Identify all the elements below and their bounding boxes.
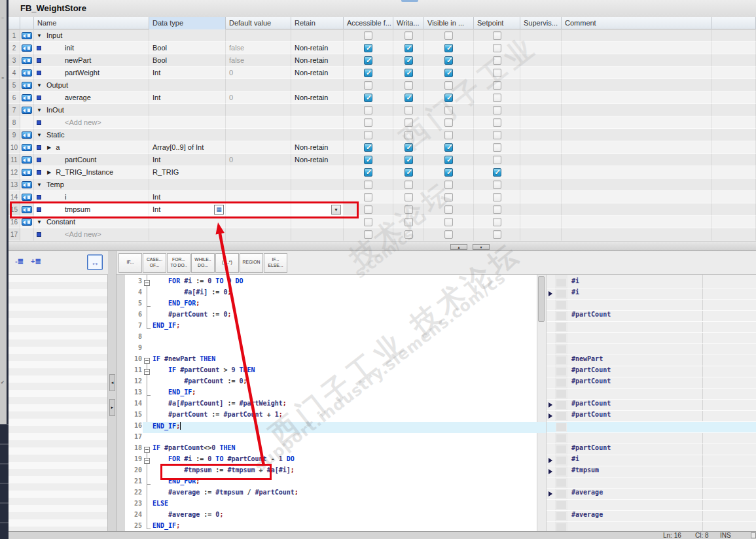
table-row-i[interactable]: 14iInt xyxy=(9,191,756,203)
section-collapse-icon[interactable]: ▼ xyxy=(37,182,42,188)
checkbox-writable[interactable] xyxy=(405,230,413,239)
row-expand-icon[interactable]: ▶ xyxy=(47,145,51,150)
column-header-retain[interactable]: Retain xyxy=(291,17,344,29)
code-line-3[interactable]: FOR #i := 0 TO 9 DO xyxy=(153,277,243,288)
table-row-r-trig-instance[interactable]: 12▶R_TRIG_InstanceR_TRIG xyxy=(9,166,756,179)
checkbox-accessible[interactable] xyxy=(364,181,372,189)
checkbox-setpoint[interactable] xyxy=(493,56,501,65)
checkbox-writable[interactable] xyxy=(405,218,413,226)
checkbox-setpoint[interactable] xyxy=(493,193,501,201)
checkbox-visible[interactable] xyxy=(444,118,453,127)
table-row-init[interactable]: 2initBoolfalseNon-retain xyxy=(9,42,756,54)
code-line-19[interactable]: FOR #i := 0 TO #partCount - 1 DO xyxy=(153,455,295,466)
checkbox-accessible[interactable] xyxy=(364,143,372,152)
snippet-button-case[interactable]: CASE...OF... xyxy=(143,253,166,273)
code-line-20[interactable]: #tmpsum := #tmpsum + #a[#i]; xyxy=(153,466,295,478)
expand-list-icon[interactable]: +≣ xyxy=(31,257,41,266)
checkbox-setpoint[interactable] xyxy=(493,218,501,226)
checkbox-accessible[interactable] xyxy=(364,168,372,177)
snippet-button-while[interactable]: WHILE..DO... xyxy=(191,253,215,273)
scl-code-area[interactable]: #i#i#partCount#newPart#partCount#partCou… xyxy=(117,275,756,531)
table-row-constant[interactable]: 16▼Constant xyxy=(9,216,756,228)
code-line-11[interactable]: IF #partCount > 9 THEN xyxy=(153,366,255,377)
table-row--add-new-[interactable]: 17<Add new> xyxy=(9,228,756,241)
section-collapse-icon[interactable]: ▼ xyxy=(37,219,42,225)
checkbox-setpoint[interactable] xyxy=(493,69,501,77)
code-line-12[interactable]: #partCount := 0; xyxy=(153,377,247,389)
checkbox-accessible[interactable] xyxy=(364,205,372,214)
checkbox-writable[interactable] xyxy=(405,205,413,214)
expand-right-handle[interactable]: ► xyxy=(109,399,115,416)
table-row-a[interactable]: 10▶aArray[0..9] of IntNon-retain xyxy=(9,141,756,154)
checkbox-writable[interactable] xyxy=(405,168,413,177)
checkbox-visible[interactable] xyxy=(444,193,453,201)
default-value-dropdown-button[interactable]: ▼ xyxy=(331,205,341,215)
code-line-13[interactable]: END_IF; xyxy=(153,389,196,400)
checkbox-setpoint[interactable] xyxy=(493,181,501,189)
table-row-tmpsum[interactable]: 15tmpsumInt▦▼ xyxy=(9,203,756,216)
checkbox-accessible[interactable] xyxy=(364,131,372,139)
table-row-partweight[interactable]: 4partWeightInt0Non-retain xyxy=(9,67,756,79)
column-header-comment[interactable]: Comment xyxy=(562,17,712,29)
checkbox-writable[interactable] xyxy=(405,69,413,77)
checkbox-writable[interactable] xyxy=(405,44,413,52)
table-row-input[interactable]: 1▼Input xyxy=(9,29,756,42)
section-collapse-icon[interactable]: ▼ xyxy=(37,33,42,39)
horizontal-splitter[interactable]: ▲ ▼ xyxy=(9,241,756,251)
fold-collapse-icon[interactable] xyxy=(144,369,150,375)
code-line-6[interactable]: #partCount := 0; xyxy=(153,311,231,322)
code-line-16[interactable]: END_IF; xyxy=(153,422,181,433)
checkbox-writable[interactable] xyxy=(405,181,413,189)
checkbox-accessible[interactable] xyxy=(364,193,372,201)
checkbox-setpoint[interactable] xyxy=(493,156,501,164)
code-line-21[interactable]: END_FOR; xyxy=(153,478,200,489)
checkbox-visible[interactable] xyxy=(444,81,453,90)
fold-collapse-icon[interactable] xyxy=(144,447,150,453)
splitter-up-button[interactable]: ▲ xyxy=(450,244,467,250)
checkbox-visible[interactable] xyxy=(444,205,453,214)
checkbox-setpoint[interactable] xyxy=(493,81,501,90)
column-header-supervis-[interactable]: Supervis... xyxy=(520,17,562,29)
checkbox-setpoint[interactable] xyxy=(493,143,501,152)
splitter-down-button[interactable]: ▼ xyxy=(473,244,490,250)
checkbox-accessible[interactable] xyxy=(364,218,372,226)
checkbox-writable[interactable] xyxy=(405,131,413,139)
column-header-name[interactable]: Name xyxy=(34,17,149,29)
checkbox-visible[interactable] xyxy=(444,44,453,52)
fold-collapse-icon[interactable] xyxy=(144,280,150,286)
row-expand-icon[interactable]: ▶ xyxy=(47,169,51,175)
vertical-splitter[interactable]: ◄ ► xyxy=(108,251,117,531)
table-row-static[interactable]: 9▼Static xyxy=(9,129,756,141)
checkbox-writable[interactable] xyxy=(405,156,413,164)
snippet-button-for[interactable]: FOR...TO DO.. xyxy=(167,253,190,273)
column-header-data-type[interactable]: Data type xyxy=(149,17,226,29)
code-line-14[interactable]: #a[#partCount] := #partWeight; xyxy=(153,400,287,411)
checkbox-accessible[interactable] xyxy=(364,94,372,102)
checkbox-setpoint[interactable] xyxy=(493,230,501,239)
collapse-list-icon[interactable]: -≣ xyxy=(15,257,24,266)
table-row-temp[interactable]: 13▼Temp xyxy=(9,179,756,191)
checkbox-writable[interactable] xyxy=(405,81,413,90)
checkbox-visible[interactable] xyxy=(444,56,453,65)
checkbox-accessible[interactable] xyxy=(364,230,372,239)
fold-collapse-icon[interactable] xyxy=(144,358,150,364)
code-line-18[interactable]: IF #partCount<>0 THEN xyxy=(153,444,235,455)
checkbox-writable[interactable] xyxy=(405,31,413,40)
section-collapse-icon[interactable]: ▼ xyxy=(37,82,42,88)
column-header-writa-[interactable]: Writa... xyxy=(393,17,424,29)
checkbox-visible[interactable] xyxy=(444,131,453,139)
checkbox-visible[interactable] xyxy=(444,230,453,239)
checkbox-writable[interactable] xyxy=(405,143,413,152)
checkbox-setpoint[interactable] xyxy=(493,44,501,52)
checkbox-accessible[interactable] xyxy=(364,118,372,127)
checkbox-visible[interactable] xyxy=(444,31,453,40)
scrollbar-thumb[interactable] xyxy=(538,276,545,322)
code-line-25[interactable]: END_IF; xyxy=(153,522,180,531)
section-collapse-icon[interactable]: ▼ xyxy=(37,107,42,113)
table-row-output[interactable]: 5▼Output xyxy=(9,79,756,92)
checkbox-writable[interactable] xyxy=(405,56,413,65)
checkbox-setpoint[interactable] xyxy=(493,106,501,114)
snippet-button-[interactable]: (*...*) xyxy=(215,253,239,273)
table-row-newpart[interactable]: 3newPartBoolfalseNon-retain xyxy=(9,54,756,67)
datatype-selector-button[interactable]: ▦ xyxy=(214,205,224,215)
